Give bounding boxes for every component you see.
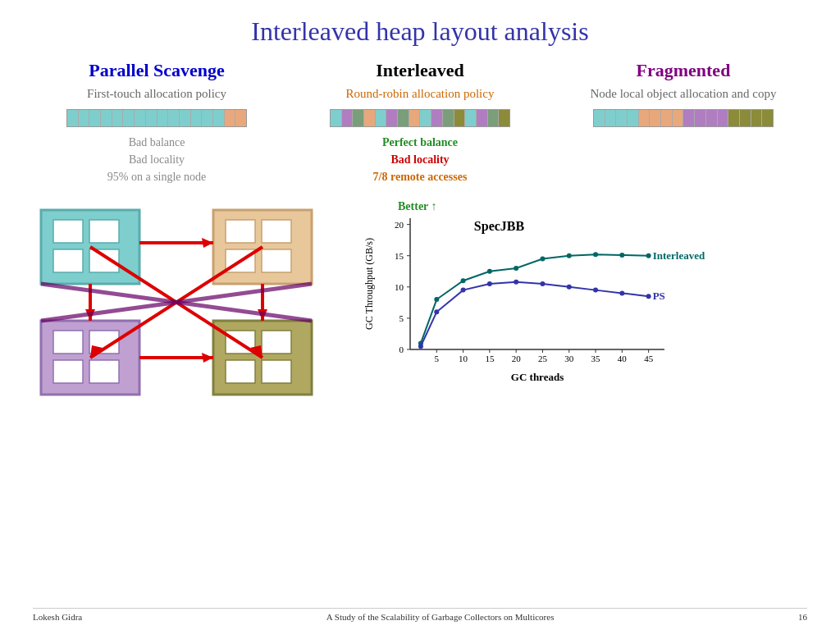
svg-text:30: 30: [564, 354, 574, 363]
col-subtext-parallel: First-touch allocation policy: [87, 86, 226, 103]
svg-text:SpecJBB: SpecJBB: [474, 219, 525, 234]
svg-text:10: 10: [459, 354, 468, 363]
svg-point-86: [593, 287, 598, 292]
mem-cell: [454, 110, 466, 126]
mem-cell: [762, 110, 773, 126]
svg-rect-1: [53, 220, 83, 243]
mem-cell: [235, 110, 246, 126]
col-header-interleaved: Interleaved: [376, 60, 464, 81]
svg-point-83: [514, 279, 518, 284]
numa-diagram-area: [33, 202, 345, 609]
mem-cell: [718, 110, 729, 126]
svg-point-84: [540, 281, 545, 286]
mem-cell: [443, 110, 454, 126]
svg-point-72: [514, 265, 518, 270]
slide: Interleaved heap layout analysis Paralle…: [0, 0, 840, 630]
footer: Lokesh Gidra A Study of the Scalability …: [33, 608, 807, 622]
svg-text:GC threads: GC threads: [511, 371, 564, 383]
mem-cell: [168, 110, 180, 126]
mem-cell: [639, 110, 651, 126]
svg-marker-27: [202, 353, 213, 363]
svg-text:15: 15: [395, 250, 404, 260]
mem-cell: [191, 110, 203, 126]
svg-point-87: [619, 290, 624, 295]
svg-point-74: [567, 253, 572, 258]
mem-cell: [135, 110, 146, 126]
mem-cell: [213, 110, 225, 126]
mem-cell: [488, 110, 500, 126]
mem-cell: [331, 110, 342, 126]
mem-cell: [364, 110, 376, 126]
svg-rect-3: [53, 249, 83, 272]
mem-cell: [740, 110, 751, 126]
mem-cell: [202, 110, 213, 126]
mem-cell: [695, 110, 706, 126]
column-parallel: Parallel ScavengeFirst-touch allocation …: [33, 60, 281, 185]
svg-point-69: [434, 297, 439, 302]
svg-rect-17: [262, 331, 291, 354]
annotation: 7/8 remote accesses: [373, 168, 468, 185]
chart-area: Better ↑0510152051015202530354045GC Thro…: [345, 194, 807, 609]
annotation: Perfect balance: [382, 134, 458, 151]
mem-cell: [431, 110, 443, 126]
svg-point-85: [567, 284, 572, 289]
svg-text:15: 15: [485, 354, 495, 363]
svg-point-80: [434, 309, 439, 314]
mem-cell: [146, 110, 158, 126]
memory-bar-fragmented: [593, 109, 774, 127]
svg-text:35: 35: [591, 354, 601, 363]
numa-svg: [33, 202, 336, 403]
mem-cell: [376, 110, 387, 126]
svg-rect-11: [53, 331, 83, 354]
footer-left: Lokesh Gidra: [33, 612, 82, 622]
mem-cell: [683, 110, 695, 126]
mem-cell: [353, 110, 364, 126]
mem-cell: [605, 110, 617, 126]
mem-cell: [673, 110, 684, 126]
memory-bar-interleaved: [330, 109, 510, 127]
svg-rect-2: [89, 220, 119, 243]
svg-point-77: [646, 253, 651, 258]
mem-cell: [420, 110, 431, 126]
mem-cell: [594, 110, 605, 126]
svg-text:PS: PS: [653, 290, 665, 302]
performance-chart: Better ↑0510152051015202530354045GC Thro…: [361, 194, 763, 390]
col-header-fragmented: Fragmented: [637, 60, 731, 81]
annotation: Bad locality: [129, 151, 185, 168]
svg-text:10: 10: [395, 281, 404, 291]
mem-cell: [465, 110, 477, 126]
mem-cell: [661, 110, 673, 126]
svg-text:Interleaved: Interleaved: [653, 249, 705, 261]
mem-cell: [180, 110, 191, 126]
column-interleaved: InterleavedRound-robin allocation policy…: [296, 60, 544, 185]
svg-point-88: [646, 294, 651, 299]
mem-cell: [158, 110, 169, 126]
svg-point-71: [487, 268, 492, 273]
svg-text:5: 5: [435, 354, 440, 363]
mem-cell: [386, 110, 398, 126]
svg-rect-7: [262, 220, 291, 243]
mem-cell: [477, 110, 488, 126]
mem-cell: [123, 110, 135, 126]
annotation: 95% on a single node: [107, 168, 207, 185]
svg-point-76: [619, 252, 624, 257]
svg-point-73: [540, 256, 545, 261]
annotation: Bad locality: [390, 151, 449, 168]
svg-rect-18: [226, 360, 255, 383]
mem-cell: [706, 110, 718, 126]
svg-text:25: 25: [538, 354, 548, 363]
svg-marker-25: [202, 238, 213, 248]
column-fragmented: FragmentedNode local object allocation a…: [559, 60, 807, 185]
mem-cell: [101, 110, 112, 126]
columns-section: Parallel ScavengeFirst-touch allocation …: [33, 60, 807, 185]
mem-cell: [616, 110, 628, 126]
svg-text:Better ↑: Better ↑: [398, 200, 437, 212]
svg-rect-6: [226, 220, 255, 243]
mem-cell: [342, 110, 354, 126]
mem-cell: [628, 110, 639, 126]
svg-point-75: [593, 252, 598, 257]
mem-cell: [67, 110, 79, 126]
annotation: Bad balance: [129, 134, 185, 151]
svg-text:40: 40: [618, 354, 628, 363]
mem-cell: [89, 110, 101, 126]
